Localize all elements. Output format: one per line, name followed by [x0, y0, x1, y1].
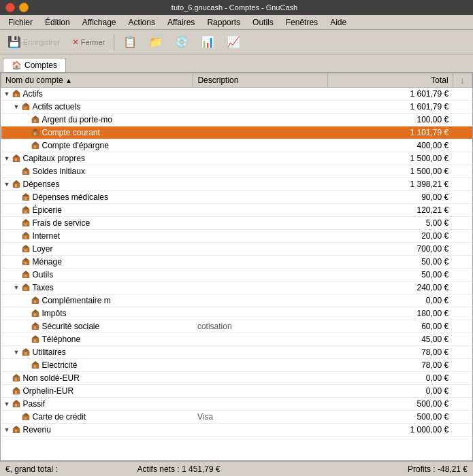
account-name-cell: ▼Capitaux propres: [1, 152, 193, 165]
expand-icon[interactable]: ▼: [14, 284, 20, 291]
table-row[interactable]: Non soldé-EUR0,00 €: [1, 372, 472, 385]
expand-icon[interactable]: ▼: [4, 155, 11, 162]
account-total-cell: 5,00 €: [328, 217, 453, 230]
account-icon: [12, 399, 20, 409]
svg-marker-61: [22, 348, 29, 351]
account-name-text: Electricité: [42, 360, 78, 370]
svg-marker-73: [13, 400, 20, 403]
account-total-cell: 500,00 €: [328, 398, 453, 411]
table-row[interactable]: ▼Revenu1 000,00 €: [1, 424, 472, 437]
menu-affichage[interactable]: Affichage: [77, 16, 122, 29]
toolbar-icon-btn-2[interactable]: 📁: [144, 33, 167, 50]
col-header-nom[interactable]: Nom du compte: [1, 73, 193, 88]
menu-actions[interactable]: Actions: [123, 16, 161, 29]
table-row[interactable]: Compte courant1 101,79 €: [1, 126, 472, 139]
close-button[interactable]: ✕ Fermer: [67, 35, 110, 49]
table-row[interactable]: ▼Utilitaires78,00 €: [1, 346, 472, 359]
table-row[interactable]: Ménage50,00 €: [1, 256, 472, 269]
table-row[interactable]: Compte d'épargne400,00 €: [1, 139, 472, 152]
account-icon: [12, 386, 20, 396]
account-description-cell: [193, 152, 328, 165]
svg-rect-71: [15, 391, 17, 394]
toolbar-icon-btn-4[interactable]: 📊: [196, 33, 219, 50]
table-row[interactable]: ▼Dépenses1 398,21 €: [1, 178, 472, 191]
account-description-cell: [193, 424, 328, 437]
table-row[interactable]: ▼Taxes240,00 €: [1, 282, 472, 294]
table-row[interactable]: Loyer700,00 €: [1, 243, 472, 256]
table-row[interactable]: ▼Actifs actuels1 601,79 €: [1, 101, 472, 114]
min-btn[interactable]: [19, 3, 29, 12]
expand-icon[interactable]: ▼: [4, 401, 11, 407]
table-row[interactable]: Épicerie120,21 €: [1, 204, 472, 217]
table-row[interactable]: Dépenses médicales90,00 €: [1, 191, 472, 204]
table-row[interactable]: Carte de créditVisa500,00 €: [1, 411, 472, 424]
table-row[interactable]: Argent du porte-mo100,00 €: [1, 114, 472, 126]
expand-icon[interactable]: ▼: [4, 181, 11, 188]
table-row[interactable]: Soldes initiaux1 500,00 €: [1, 165, 472, 178]
menu-aide[interactable]: Aide: [325, 16, 352, 29]
menu-rapports[interactable]: Rapports: [201, 16, 246, 29]
close-btn[interactable]: [5, 3, 15, 12]
svg-rect-11: [34, 133, 36, 135]
svg-rect-14: [34, 146, 36, 148]
close-label: Fermer: [81, 38, 105, 46]
menu-affaires[interactable]: Affaires: [162, 16, 200, 29]
expand-icon[interactable]: ▼: [14, 349, 20, 356]
account-icon: [31, 335, 39, 344]
expand-icon[interactable]: ▼: [4, 90, 11, 97]
account-name-cell: Impôts: [1, 307, 193, 320]
account-name-cell: Orphelin-EUR: [1, 385, 193, 397]
table-row[interactable]: Orphelin-EUR0,00 €: [1, 385, 472, 398]
svg-rect-29: [25, 210, 27, 213]
table-row[interactable]: Frais de service5,00 €: [1, 217, 472, 230]
account-icon: [31, 360, 39, 370]
account-description-cell: [193, 269, 328, 282]
svg-marker-22: [13, 180, 20, 183]
account-name-cell: ▼Revenu: [1, 424, 193, 436]
account-total-cell: 1 000,00 €: [328, 424, 453, 437]
menu-outils[interactable]: Outils: [247, 16, 279, 29]
expand-icon[interactable]: ▼: [14, 103, 20, 110]
save-button[interactable]: 💾 Enregistrer: [3, 33, 65, 50]
svg-rect-80: [15, 430, 17, 432]
account-name-cell: Carte de crédit: [1, 411, 193, 423]
table-row[interactable]: Complémentaire m0,00 €: [1, 294, 472, 307]
statusbar: €, grand total : Actifs nets : 1 451,79 …: [0, 461, 473, 476]
account-description-cell: [193, 385, 328, 398]
table-row[interactable]: Outils50,00 €: [1, 269, 472, 282]
account-description-cell: [193, 191, 328, 204]
menu-fichier[interactable]: Fichier: [3, 16, 38, 29]
table-row[interactable]: Impôts180,00 €: [1, 307, 472, 320]
account-extra-cell: [453, 359, 472, 372]
table-row[interactable]: ▼Passif500,00 €: [1, 398, 472, 411]
account-extra-cell: [453, 256, 472, 269]
toolbar-icon-btn-5[interactable]: 📈: [222, 33, 245, 50]
table-row[interactable]: Sécurité socialecotisation60,00 €: [1, 320, 472, 333]
svg-rect-17: [15, 158, 17, 161]
tab-comptes[interactable]: 🏠 Comptes: [3, 58, 66, 72]
table-scroll[interactable]: Nom du compte Description Total ↓: [1, 73, 472, 460]
titlebar: tuto_6.gnucash - Comptes - GnuCash: [0, 0, 473, 15]
toolbar-icon-btn-3[interactable]: 💿: [170, 33, 193, 50]
menu-edition[interactable]: Édition: [39, 16, 76, 29]
svg-rect-68: [15, 378, 17, 381]
account-icon: [22, 205, 30, 215]
menu-fenetres[interactable]: Fenêtres: [280, 16, 323, 29]
svg-marker-43: [22, 271, 29, 273]
account-total-cell: 0,00 €: [328, 385, 453, 398]
table-row[interactable]: Electricité78,00 €: [1, 359, 472, 372]
svg-rect-65: [34, 365, 36, 368]
table-row[interactable]: ▼Capitaux propres1 500,00 €: [1, 152, 472, 165]
table-row[interactable]: Internet20,00 €: [1, 230, 472, 243]
account-total-cell: 1 500,00 €: [328, 152, 453, 165]
account-name-text: Utilitaires: [33, 347, 66, 357]
account-name-cell: ▼Dépenses: [1, 178, 193, 190]
expand-icon[interactable]: ▼: [4, 426, 11, 433]
table-row[interactable]: ▼Actifs1 601,79 €: [1, 88, 472, 101]
account-total-cell: 50,00 €: [328, 269, 453, 282]
toolbar-icon-btn-1[interactable]: 📋: [118, 33, 142, 50]
col-header-description[interactable]: Description: [193, 73, 328, 88]
table-row[interactable]: Téléphone45,00 €: [1, 333, 472, 346]
main-content: Nom du compte Description Total ↓: [0, 72, 473, 461]
col-header-total[interactable]: Total: [328, 73, 453, 88]
